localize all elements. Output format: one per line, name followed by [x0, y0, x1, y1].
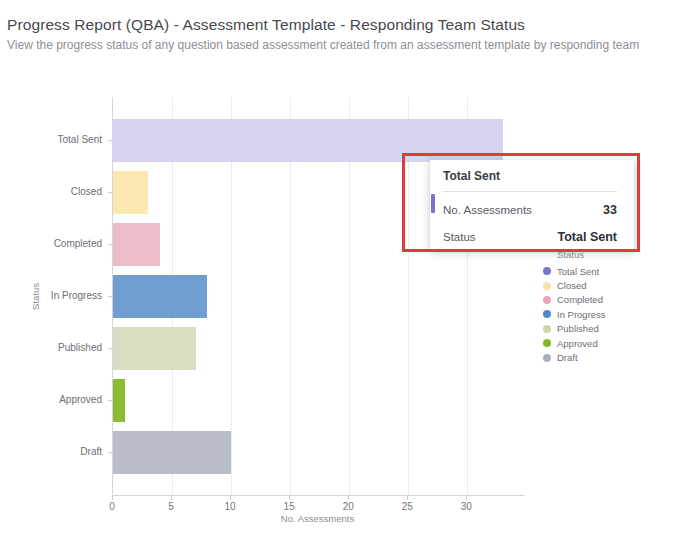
x-tick-label: 25 [402, 501, 413, 512]
x-tick-label: 15 [284, 501, 295, 512]
legend-item-label: Approved [557, 338, 598, 349]
legend-item-in-progress[interactable]: In Progress [540, 307, 688, 321]
legend-item-draft[interactable]: Draft [540, 350, 688, 364]
tooltip-row-label: Status [443, 231, 476, 243]
x-tick-mark [289, 496, 290, 500]
page-title: Progress Report (QBA) - Assessment Templ… [7, 16, 525, 34]
bar-total-sent[interactable] [113, 119, 503, 162]
legend-dot-approved [543, 339, 551, 347]
legend-dot-draft [543, 354, 551, 362]
legend-dot-total-sent [543, 267, 551, 275]
y-tick-mark [108, 452, 112, 453]
x-tick-label: 20 [343, 501, 354, 512]
y-axis-label-approved: Approved [59, 394, 102, 405]
legend-item-total-sent[interactable]: Total Sent [540, 264, 688, 278]
x-tick-mark [466, 496, 467, 500]
legend: Status Total SentClosedCompletedIn Progr… [540, 246, 688, 365]
bar-draft[interactable] [113, 431, 231, 474]
legend-item-label: Total Sent [557, 266, 599, 277]
x-tick-mark [171, 496, 172, 500]
plot-area [112, 97, 524, 496]
x-tick-mark [348, 496, 349, 500]
tooltip-accent-bar [431, 194, 435, 213]
bar-closed[interactable] [113, 171, 148, 214]
y-tick-mark [108, 140, 112, 141]
x-tick-mark [407, 496, 408, 500]
x-tick-label: 30 [461, 501, 472, 512]
legend-item-published[interactable]: Published [540, 322, 688, 336]
bar-completed[interactable] [113, 223, 160, 266]
legend-item-completed[interactable]: Completed [540, 293, 688, 307]
bar-in-progress[interactable] [113, 275, 207, 318]
tooltip-row-value: Total Sent [558, 230, 618, 244]
page-subtitle: View the progress status of any question… [7, 38, 639, 52]
legend-item-label: In Progress [557, 309, 606, 320]
legend-item-label: Published [557, 323, 599, 334]
y-tick-mark [108, 400, 112, 401]
legend-dot-completed [543, 296, 551, 304]
tooltip-row-status: Status Total Sent [443, 230, 617, 244]
legend-dot-closed [543, 282, 551, 290]
legend-item-closed[interactable]: Closed [540, 278, 688, 292]
y-axis-label-published: Published [58, 342, 102, 353]
legend-dot-published [543, 325, 551, 333]
tooltip-title: Total Sent [443, 169, 617, 183]
legend-item-label: Draft [557, 352, 578, 363]
legend-title: Status [557, 249, 688, 259]
bar-published[interactable] [113, 327, 196, 370]
tooltip-separator [443, 191, 617, 192]
y-axis-label-total-sent: Total Sent [58, 134, 102, 145]
legend-item-label: Closed [557, 280, 587, 291]
y-tick-mark [108, 296, 112, 297]
x-axis-ticks: 051015202530 [112, 497, 532, 511]
y-tick-mark [108, 348, 112, 349]
bar-approved[interactable] [113, 379, 125, 422]
y-axis-label-completed: Completed [54, 238, 102, 249]
tooltip-row-label: No. Assessments [443, 204, 532, 216]
x-tick-label: 0 [109, 501, 115, 512]
y-axis-label-closed: Closed [71, 186, 102, 197]
x-tick-label: 10 [225, 501, 236, 512]
x-tick-mark [230, 496, 231, 500]
tooltip-row-value: 33 [603, 203, 617, 217]
y-axis-label-in-progress: In Progress [51, 290, 102, 301]
legend-item-approved[interactable]: Approved [540, 336, 688, 350]
y-axis-labels: Total SentClosedCompletedIn ProgressPubl… [0, 97, 106, 495]
legend-item-label: Completed [557, 294, 603, 305]
legend-items: Total SentClosedCompletedIn ProgressPubl… [540, 264, 688, 365]
tooltip-row-assessments: No. Assessments 33 [443, 203, 617, 217]
legend-dot-in-progress [543, 310, 551, 318]
y-tick-mark [108, 192, 112, 193]
y-axis-label-draft: Draft [80, 446, 102, 457]
x-tick-label: 5 [168, 501, 174, 512]
tooltip-card: Total Sent No. Assessments 33 Status Tot… [430, 160, 634, 250]
x-axis-title: No. Assessments [112, 513, 523, 524]
x-tick-mark [112, 496, 113, 500]
y-tick-mark [108, 244, 112, 245]
